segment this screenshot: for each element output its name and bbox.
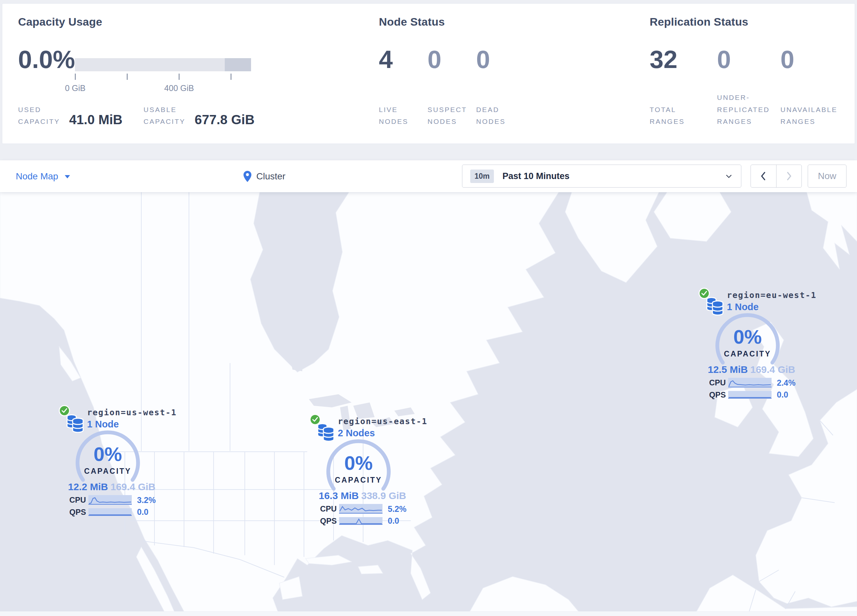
region-locality-label: region=us-west-1	[87, 408, 177, 417]
region-marker-us-west-1[interactable]: region=us-west-1 1 Node 0% CAPACITY 12.2…	[54, 403, 179, 522]
axis-tick-label: 0 GiB	[56, 83, 95, 93]
capacity-usage-title: Capacity Usage	[18, 15, 102, 28]
region-used-capacity: 12.2 MiB	[68, 481, 108, 492]
region-capacity-percent: 0%	[75, 445, 141, 464]
prev-time-window-button[interactable]	[751, 165, 777, 187]
cpu-label: CPU	[320, 504, 337, 514]
cpu-sparkline	[728, 378, 772, 388]
location-pin-icon	[243, 170, 252, 182]
qps-label: QPS	[709, 390, 726, 400]
qps-label: QPS	[69, 508, 87, 517]
node-status-title: Node Status	[379, 15, 445, 28]
capacity-bar-reserved-segment	[225, 58, 251, 71]
used-capacity-label: USED CAPACITY	[18, 104, 60, 128]
breadcrumb[interactable]: Cluster	[243, 160, 286, 192]
cpu-value: 2.4%	[777, 378, 795, 388]
under-replicated-ranges-count: 0	[717, 47, 780, 72]
chevron-right-icon	[785, 171, 793, 181]
capacity-gauge-center: 0% CAPACITY	[75, 445, 141, 476]
caret-down-icon	[65, 175, 70, 178]
under-replicated-ranges-label: UNDER- REPLICATED RANGES	[717, 92, 780, 128]
node-status-labels: LIVE NODES SUSPECT NODES DEAD NODES	[379, 104, 525, 128]
cluster-summary-card: Capacity Usage 0.0% 0 GiB 400 GiB USED C…	[2, 3, 855, 144]
region-capacity-percent: 0%	[326, 453, 391, 473]
usable-capacity-metric: USABLE CAPACITY 677.8 GiB	[144, 104, 255, 128]
region-locality-label: region=us-east-1	[338, 417, 427, 426]
used-capacity-metric: USED CAPACITY 41.0 MiB	[18, 104, 122, 128]
cpu-value: 3.2%	[137, 496, 156, 505]
axis-tick	[75, 74, 76, 80]
page-background-strip	[0, 611, 857, 616]
usable-capacity-label: USABLE CAPACITY	[144, 104, 185, 128]
region-qps-row: QPS 0.0	[69, 507, 149, 517]
capacity-label: CAPACITY	[326, 476, 391, 485]
usable-capacity-value: 677.8 GiB	[195, 112, 254, 127]
capacity-bar-track	[75, 58, 251, 71]
replication-status-title: Replication Status	[650, 15, 748, 28]
replication-status-labels: TOTAL RANGES UNDER- REPLICATED RANGES UN…	[650, 92, 848, 128]
axis-tick	[127, 74, 127, 80]
capacity-bar-chart: 0 GiB 400 GiB	[75, 58, 251, 94]
region-cpu-row: CPU 3.2%	[69, 495, 156, 505]
total-ranges-label: TOTAL RANGES	[650, 104, 717, 128]
axis-tick-label: 400 GiB	[159, 83, 199, 93]
cpu-sparkline	[88, 495, 132, 505]
qps-sparkline	[728, 391, 772, 399]
node-status-values: 4 0 0	[379, 47, 525, 72]
axis-tick	[179, 74, 179, 80]
region-total-capacity: 169.4 GiB	[110, 481, 155, 492]
view-mode-label: Node Map	[16, 171, 58, 182]
node-map[interactable]: region=us-west-1 1 Node 0% CAPACITY 12.2…	[0, 192, 857, 611]
qps-value: 0.0	[137, 507, 149, 517]
capacity-label: CAPACITY	[715, 350, 780, 358]
suspect-nodes-label: SUSPECT NODES	[427, 104, 476, 128]
cpu-value: 5.2%	[388, 504, 407, 514]
capacity-metrics: USED CAPACITY 41.0 MiB USABLE CAPACITY 6…	[18, 104, 276, 128]
qps-sparkline	[339, 517, 382, 525]
region-used-capacity: 16.3 MiB	[319, 490, 359, 501]
dead-nodes-label: DEAD NODES	[476, 104, 525, 128]
replication-status-panel: Replication Status 32 0 0 TOTAL RANGES U…	[650, 4, 853, 144]
cluster-overview-page: Capacity Usage 0.0% 0 GiB 400 GiB USED C…	[0, 0, 857, 616]
region-used-capacity: 12.5 MiB	[708, 364, 748, 375]
region-locality-label: region=eu-west-1	[727, 290, 817, 300]
live-nodes-label: LIVE NODES	[379, 104, 427, 128]
suspect-nodes-count: 0	[427, 47, 476, 72]
region-qps-row: QPS 0.0	[709, 390, 788, 400]
unavailable-ranges-count: 0	[780, 47, 848, 72]
region-capacity-percent: 0%	[715, 327, 780, 347]
time-range-label: Past 10 Minutes	[503, 171, 569, 181]
region-marker-us-east-1[interactable]: region=us-east-1 2 Nodes 0% CAPACITY 16.…	[305, 411, 430, 531]
unavailable-ranges-label: UNAVAILABLE RANGES	[780, 104, 848, 128]
region-qps-row: QPS 0.0	[320, 516, 399, 526]
capacity-label: CAPACITY	[75, 467, 141, 476]
view-mode-dropdown[interactable]: Node Map	[16, 160, 70, 192]
time-step-controls	[750, 165, 802, 188]
live-nodes-count: 4	[379, 47, 427, 72]
now-button[interactable]: Now	[808, 165, 846, 188]
capacity-used-percent: 0.0%	[18, 47, 75, 72]
breadcrumb-label: Cluster	[256, 171, 286, 182]
region-total-capacity: 169.4 GiB	[750, 364, 795, 375]
map-toolbar: Node Map Cluster 10m Past 10 Minutes	[0, 160, 857, 192]
qps-label: QPS	[320, 516, 337, 526]
total-ranges-count: 32	[650, 47, 717, 72]
region-capacity-values: 12.2 MiB 169.4 GiB	[68, 481, 155, 492]
dead-nodes-count: 0	[476, 47, 525, 72]
capacity-usage-panel: Capacity Usage 0.0% 0 GiB 400 GiB USED C…	[18, 4, 373, 144]
region-capacity-values: 16.3 MiB 338.9 GiB	[319, 490, 406, 501]
region-marker-eu-west-1[interactable]: region=eu-west-1 1 Node 0% CAPACITY 12.5…	[694, 285, 819, 405]
cpu-label: CPU	[69, 496, 87, 505]
time-window-dropdown[interactable]: 10m Past 10 Minutes	[462, 165, 741, 188]
region-capacity-values: 12.5 MiB 169.4 GiB	[708, 364, 795, 375]
cpu-label: CPU	[709, 378, 726, 388]
capacity-gauge-center: 0% CAPACITY	[715, 327, 780, 358]
region-cpu-row: CPU 2.4%	[709, 378, 795, 388]
chevron-down-icon	[725, 172, 733, 181]
next-time-window-button[interactable]	[777, 165, 802, 187]
cpu-sparkline	[339, 504, 382, 514]
qps-value: 0.0	[388, 516, 399, 526]
region-total-capacity: 338.9 GiB	[361, 490, 406, 501]
replication-status-values: 32 0 0	[650, 47, 848, 72]
axis-tick	[230, 74, 231, 80]
